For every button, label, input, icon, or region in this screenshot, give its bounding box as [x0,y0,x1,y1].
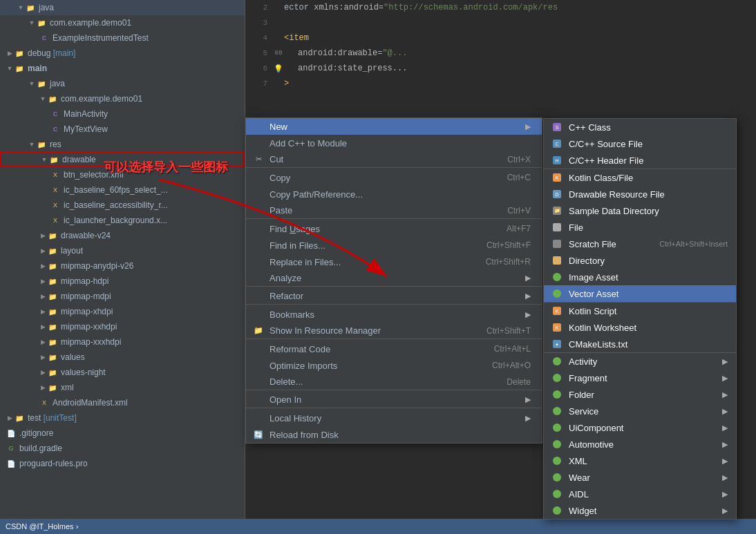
optimize-shortcut: Ctrl+Alt+O [492,361,531,370]
tree-item-com-demo01-test[interactable]: ▼ 📁 com.example.demo01 [0,15,245,30]
chevron-layout: ▶ [39,247,47,255]
new-arrow: ▶ [525,122,531,131]
tree-item-ExampleInstrumentedTest[interactable]: C ExampleInstrumentedTest [0,30,245,46]
submenu-item-file[interactable]: File [544,219,736,236]
submenu-item-activity[interactable]: Activity ▶ [544,353,736,370]
submenu-item-sample-data[interactable]: 📁 Sample Data Directory [544,202,736,219]
tree-item-ic-launcher-bg[interactable]: X ic_launcher_background.x... [0,213,245,228]
tree-item-MyTextView[interactable]: C MyTextView [0,122,245,137]
tree-item-main-java[interactable]: ▼ 📁 java [0,76,245,91]
chevron-mipmap-anydpi: ▶ [39,262,47,270]
submenu-item-vector-asset[interactable]: Vector Asset [544,285,736,303]
submenu-item-scratch-file[interactable]: Scratch File Ctrl+Alt+Shift+Insert [544,236,736,252]
folder-icon-drawable-v24: 📁 [47,230,58,241]
tree-item-com-demo01-main[interactable]: ▼ 📁 com.example.demo01 [0,91,245,106]
submenu-item-widget[interactable]: Widget ▶ [544,502,736,519]
tree-item-ic-accessibility[interactable]: X ic_baseline_accessibility_r... [0,198,245,213]
menu-item-refactor[interactable]: Refactor ▶ [246,288,542,305]
menu-item-find-in-files[interactable]: Find in Files... Ctrl+Shift+F [246,237,542,254]
tree-item-mipmap-xhdpi[interactable]: ▶ 📁 mipmap-xhdpi [0,304,245,319]
tree-item-java[interactable]: ▼ 📁 java [0,0,245,15]
submenu-item-service[interactable]: Service ▶ [544,403,736,419]
tree-item-debug[interactable]: ▶ 📁 debug [main] [0,46,245,61]
tree-item-mipmap-xxxhdpi[interactable]: ▶ 📁 mipmap-xxxhdpi [0,334,245,350]
submenu-label-vector-asset: Vector Asset [569,289,728,299]
folder-icon-values-night: 📁 [47,367,58,378]
submenu-label-folder: Folder [569,390,719,400]
submenu-label-kotlin-class: Kotlin Class/File [569,173,728,183]
submenu-item-cpp-class[interactable]: S C++ Class [544,119,736,135]
folder-icon-layout: 📁 [47,245,58,256]
menu-item-reload-from-disk[interactable]: 🔄 Reload from Disk [246,426,542,443]
submenu-label-service: Service [569,406,719,417]
menu-item-reformat-code[interactable]: Reformat Code Ctrl+Alt+L [246,341,542,357]
submenu-label-drawable-resource: Drawable Resource File [569,189,728,200]
line-num-7: 7 [245,79,273,88]
aidl-arrow: ▶ [722,490,728,499]
submenu-item-cpp-header[interactable]: H C/C++ Header File [544,152,736,169]
submenu-item-drawable-resource[interactable]: D Drawable Resource File [544,186,736,202]
tree-item-mipmap-xxhdpi[interactable]: ▶ 📁 mipmap-xxhdpi [0,319,245,334]
tree-item-gitignore[interactable]: 📄 .gitignore [0,426,245,441]
submenu-item-ui-component[interactable]: UiComponent ▶ [544,419,736,436]
menu-item-local-history[interactable]: Local History ▶ [246,410,542,426]
folder-icon-com-demo01-test: 📁 [36,17,47,28]
chevron-drawable: ▼ [40,155,48,164]
tree-item-xml[interactable]: ▶ 📁 xml [0,380,245,395]
menu-item-show-resource[interactable]: 📁 Show In Resource Manager Ctrl+Shift+T [246,323,542,339]
tree-item-values-night[interactable]: ▶ 📁 values-night [0,365,245,380]
tree-item-MainActivity[interactable]: C MainActivity [0,106,245,122]
tree-item-layout[interactable]: ▶ 📁 layout [0,243,245,258]
tree-item-mipmap-mdpi[interactable]: ▶ 📁 mipmap-mdpi [0,289,245,304]
tree-item-mipmap-anydpi[interactable]: ▶ 📁 mipmap-anydpi-v26 [0,258,245,274]
menu-item-delete[interactable]: Delete... Delete [246,374,542,390]
menu-item-copy-path[interactable]: Copy Path/Reference... [246,186,542,202]
tree-item-build-gradle[interactable]: G build.gradle [0,441,245,456]
tree-item-values[interactable]: ▶ 📁 values [0,350,245,365]
submenu-item-cpp-source[interactable]: C C/C++ Source File [544,135,736,152]
chevron-values: ▶ [39,353,47,361]
tree-item-ic-baseline-60fps[interactable]: X ic_baseline_60fps_select_... [0,182,245,198]
menu-item-analyze[interactable]: Analyze ▶ [246,270,542,287]
tree-item-AndroidManifest[interactable]: X AndroidManifest.xml [0,395,245,410]
menu-item-find-usages[interactable]: Find Usages Alt+F7 [246,220,542,237]
submenu-item-aidl[interactable]: AIDL ▶ [544,486,736,502]
tree-item-res[interactable]: ▼ 📁 res [0,137,245,152]
menu-item-copy[interactable]: Copy Ctrl+C [246,169,542,186]
submenu-item-kotlin-class[interactable]: K Kotlin Class/File [544,169,736,186]
submenu-item-cmake[interactable]: ▲ CMakeLists.txt [544,336,736,353]
submenu-item-image-asset[interactable]: Image Asset [544,269,736,285]
tree-item-drawable-v24[interactable]: ▶ 📁 drawable-v24 [0,228,245,243]
tree-label-mipmap-hdpi: mipmap-hdpi [61,276,108,286]
menu-item-new[interactable]: New ▶ S C++ Class C C/C++ Source File H … [246,118,542,135]
submenu-item-directory[interactable]: Directory [544,252,736,269]
tree-item-test[interactable]: ▶ 📁 test [unitTest] [0,410,245,426]
menu-item-cut[interactable]: ✂ Cut Ctrl+X [246,151,542,168]
menu-item-bookmarks[interactable]: Bookmarks ▶ [246,306,542,323]
submenu-item-kotlin-script[interactable]: K Kotlin Script [544,303,736,319]
tree-item-mipmap-hdpi[interactable]: ▶ 📁 mipmap-hdpi [0,274,245,289]
submenu-label-kotlin-script: Kotlin Script [569,306,728,316]
kotlin-class-icon: K [549,172,565,183]
tree-item-btn-selector[interactable]: X btn_selector.xml [0,167,245,182]
xml-arrow: ▶ [722,457,728,466]
tree-item-drawable[interactable]: ▼ 📁 drawable [0,152,245,167]
tree-item-proguard[interactable]: 📄 proguard-rules.pro [0,456,245,471]
folder-icon-mipmap-anydpi: 📁 [47,260,58,271]
submenu-item-xml-item[interactable]: XML ▶ [544,452,736,469]
submenu-item-folder[interactable]: Folder ▶ [544,386,736,403]
folder-icon-main: 📁 [14,63,25,74]
code-line-3: 3 [245,15,563,30]
submenu-item-fragment[interactable]: Fragment ▶ [544,370,736,386]
bottom-bar-label: CSDN @IT_Holmes › [6,522,78,531]
menu-item-add-cpp[interactable]: Add C++ to Module [246,135,542,151]
menu-item-open-in[interactable]: Open In ▶ [246,392,542,408]
chevron-values-night: ▶ [39,368,47,376]
tree-item-main[interactable]: ▼ 📁 main [0,61,245,76]
menu-item-paste[interactable]: Paste Ctrl+V [246,202,542,219]
menu-item-replace-in-files[interactable]: Replace in Files... Ctrl+Shift+R [246,254,542,270]
submenu-item-kotlin-worksheet[interactable]: K Kotlin Worksheet [544,319,736,336]
submenu-item-wear[interactable]: Wear ▶ [544,469,736,486]
submenu-item-automotive[interactable]: Automotive ▶ [544,436,736,452]
menu-item-optimize-imports[interactable]: Optimize Imports Ctrl+Alt+O [246,357,542,374]
